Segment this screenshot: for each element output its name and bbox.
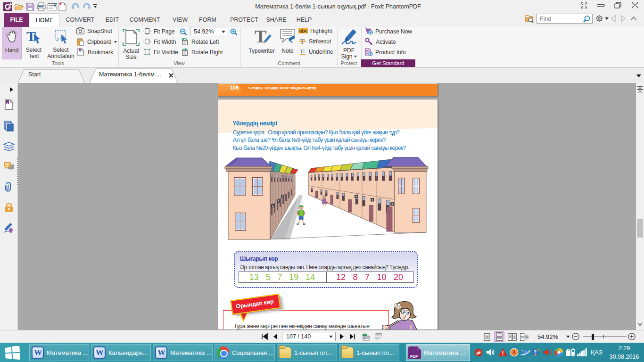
svg-text:6: 6 xyxy=(355,195,357,198)
svg-text:3: 3 xyxy=(278,200,279,203)
svg-text:U: U xyxy=(300,48,305,55)
svg-text:*: * xyxy=(59,2,62,8)
svg-text:5: 5 xyxy=(282,195,283,198)
svg-text:2: 2 xyxy=(391,203,393,206)
svg-text:?: ? xyxy=(534,349,537,354)
svg-text:1: 1 xyxy=(272,205,273,207)
svg-text:abc: abc xyxy=(299,28,308,33)
